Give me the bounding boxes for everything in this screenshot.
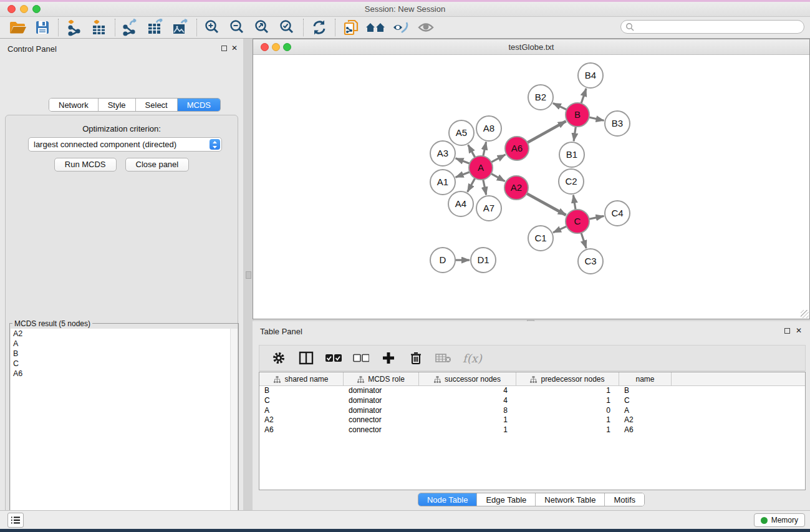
column-header-name[interactable]: name [619,372,672,386]
desktop-edge [0,529,810,532]
table-row[interactable]: Bdominator41B [259,386,805,396]
edge-B-B3[interactable] [589,117,604,120]
tab-style[interactable]: Style [99,99,136,111]
tab-network[interactable]: Network [49,99,99,111]
memory-button[interactable]: Memory [754,513,805,527]
edge-A-A2[interactable] [491,173,505,181]
tab-network-table[interactable]: Network Table [536,493,605,506]
zoom-selected-button[interactable] [275,18,300,37]
run-mcds-button[interactable]: Run MCDS [54,158,117,172]
table-cell: 8 [419,406,516,416]
result-list-item[interactable]: A2 [11,329,238,339]
result-list-item[interactable]: C [11,359,238,369]
float-panel-icon[interactable] [784,328,790,334]
toolbar-search[interactable] [620,20,804,34]
function-builder-button[interactable]: f(x) [463,352,482,365]
table-cell: dominator [344,406,419,416]
edge-A-A6[interactable] [491,155,506,162]
criterion-dropdown[interactable]: largest connected component (directed) [28,137,222,152]
control-panel-header: Control Panel ✕ [0,39,243,59]
table-row[interactable]: A6connector11A6 [259,425,805,435]
column-header-predecessor-nodes[interactable]: predecessor nodes [516,372,619,386]
zoom-fit-button[interactable] [250,18,275,37]
column-header-MCDS-role[interactable]: MCDS role [344,372,419,386]
tab-motifs[interactable]: Motifs [605,493,644,506]
edge-A-A3[interactable] [456,158,470,164]
edge-B-B4[interactable] [581,89,586,104]
network-titlebar[interactable]: testGlobe.txt [253,39,809,55]
result-list-item[interactable]: B [11,349,238,359]
node-label-C: C [574,216,581,226]
float-panel-icon[interactable] [221,46,227,51]
export-network-button[interactable] [118,18,143,37]
column-header-shared-name[interactable]: shared name [259,372,344,386]
deselect-all-button[interactable] [353,350,369,366]
edge-C-C2[interactable] [573,195,576,210]
tab-edge-table[interactable]: Edge Table [477,493,536,506]
edge-A-A5[interactable] [468,145,475,157]
zoom-in-button[interactable] [200,18,225,37]
table-settings-button[interactable] [271,350,287,366]
edge-A-A7[interactable] [483,180,486,195]
zoom-out-button[interactable] [225,18,250,37]
delete-column-button[interactable] [408,350,424,366]
edge-B-B2[interactable] [553,103,567,109]
clone-network-button[interactable] [339,18,364,37]
divider-grip[interactable] [246,271,251,279]
edge-C-C4[interactable] [589,216,604,219]
refresh-button[interactable] [307,18,332,37]
home-layout-button[interactable] [364,18,388,37]
network-window: testGlobe.txt B4B2BB3A8A5A6A3B1AA1C2A2A4… [253,39,810,319]
table-row[interactable]: A2connector11A2 [259,415,805,425]
edge-C-C1[interactable] [553,226,567,233]
edge-A2-C[interactable] [527,193,566,215]
edge-A6-B[interactable] [528,121,566,143]
close-panel-icon[interactable]: ✕ [231,44,238,52]
show-visibility-button[interactable] [413,18,438,37]
edge-A-A4[interactable] [468,178,475,192]
toolbar-separator [303,19,304,36]
close-panel-button[interactable]: Close panel [125,158,190,172]
edge-B-B1[interactable] [574,127,576,141]
result-scrollbar[interactable] [230,329,238,532]
export-table-button[interactable] [143,18,168,37]
search-input[interactable] [637,22,793,31]
import-table-button[interactable] [87,18,112,37]
column-attribute-icon [357,376,364,383]
eye-slash-icon [392,20,410,35]
memory-label: Memory [771,516,798,525]
tab-select[interactable]: Select [136,99,178,111]
node-table: shared nameMCDS rolesuccessor nodesprede… [259,372,806,490]
tab-mcds[interactable]: MCDS [178,99,220,111]
network-graph[interactable]: B4B2BB3A8A5A6A3B1AA1C2A2A4A7C4CC1C3DD1 [253,55,809,319]
import-network-button[interactable] [62,18,87,37]
tab-node-table[interactable]: Node Table [418,493,478,506]
toolbar-separator [335,19,335,36]
mcds-result-items: A2ABCA6 [11,329,238,379]
edge-A-A8[interactable] [483,142,486,157]
edge-C-C3[interactable] [581,233,586,248]
network-canvas[interactable]: B4B2BB3A8A5A6A3B1AA1C2A2A4A7C4CC1C3DD1 [253,55,809,319]
column-header-successor-nodes[interactable]: successor nodes [419,372,516,386]
result-list-item[interactable]: A [11,339,238,349]
add-column-button[interactable] [380,350,397,366]
resize-grip-icon[interactable] [801,310,809,318]
edge-A-A1[interactable] [456,172,470,178]
delete-table-button[interactable] [435,350,451,366]
task-history-button[interactable] [7,513,24,528]
table-body[interactable]: Bdominator41BCdominator41CAdominator80AA… [259,386,805,490]
export-image-button[interactable] [168,18,193,37]
hide-visibility-button[interactable] [388,18,413,37]
result-list-item[interactable]: A6 [11,369,238,379]
table-cell: A2 [259,415,344,425]
show-column-button[interactable] [298,350,314,366]
table-row[interactable]: Adominator80A [259,406,805,416]
select-all-button[interactable] [325,350,342,366]
close-panel-icon[interactable]: ✕ [796,326,802,335]
node-label-A: A [478,162,484,173]
table-row[interactable]: Cdominator41C [259,396,805,406]
mcds-result-list[interactable]: A2ABCA6 [11,329,238,532]
save-session-button[interactable] [30,18,55,37]
open-session-button[interactable] [5,18,30,37]
window-title: Session: New Session [0,4,810,14]
